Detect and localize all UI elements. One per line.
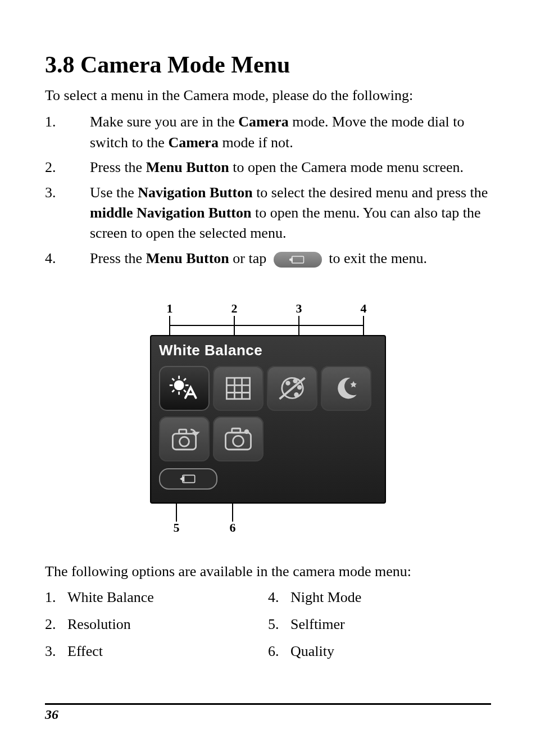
option-text: Resolution (67, 616, 131, 633)
menu-item-selftimer[interactable] (159, 417, 210, 461)
svg-line-7 (172, 378, 174, 381)
option-text: Selftimer (290, 616, 345, 633)
svg-rect-0 (292, 256, 303, 263)
text: or tap (229, 250, 270, 266)
camera-menu-screen: White Balance (150, 335, 386, 504)
callout-line (232, 504, 233, 522)
footer-rule (45, 703, 491, 705)
step-1: Make sure you are in the Camera mode. Mo… (45, 112, 491, 153)
svg-rect-23 (179, 429, 187, 434)
text: Use the (90, 184, 138, 201)
text-bold: Camera (238, 114, 289, 130)
options-intro: The following options are available in t… (45, 563, 491, 580)
svg-rect-27 (232, 428, 240, 433)
menu-icon-grid (159, 366, 377, 461)
page: 3.8 Camera Mode Menu To select a menu in… (0, 0, 536, 756)
callout-line (176, 504, 177, 522)
svg-point-19 (295, 393, 298, 397)
text: Press the (90, 159, 146, 175)
option-3: 3. Effect (45, 643, 268, 660)
page-number: 36 (45, 707, 491, 722)
quality-icon (221, 422, 255, 456)
effect-icon (275, 372, 309, 405)
text: Press the (90, 250, 146, 266)
option-5: 5. Selftimer (268, 616, 491, 633)
option-4: 4. Night Mode (268, 589, 491, 606)
svg-rect-11 (226, 378, 249, 399)
option-number: 4. (268, 589, 290, 606)
callout-label: 3 (293, 301, 305, 316)
svg-point-28 (245, 430, 248, 433)
footer: 36 (45, 703, 491, 722)
callout-label: 4 (358, 301, 369, 316)
svg-line-10 (184, 378, 186, 381)
svg-point-17 (294, 379, 297, 383)
back-icon (178, 473, 198, 485)
option-text: Quality (290, 643, 334, 660)
heading: 3.8 Camera Mode Menu (45, 51, 491, 79)
option-text: White Balance (67, 589, 154, 606)
step-2: Press the Menu Button to open the Camera… (45, 157, 491, 178)
option-number: 1. (45, 589, 67, 606)
text: Make sure you are in the (90, 114, 238, 130)
callouts-top: 1 2 3 4 (139, 301, 397, 335)
step-3: Use the Navigation Button to select the … (45, 183, 491, 244)
option-6: 6. Quality (268, 643, 491, 660)
empty-cell (267, 417, 317, 461)
menu-item-quality[interactable] (213, 417, 264, 461)
callout-label: 1 (164, 301, 175, 316)
option-number: 5. (268, 616, 290, 633)
menu-item-white-balance[interactable] (159, 366, 210, 411)
selftimer-icon (167, 422, 201, 456)
option-text: Night Mode (290, 589, 361, 606)
menu-item-resolution[interactable] (213, 366, 264, 411)
text-bold: Menu Button (146, 250, 229, 266)
resolution-icon (221, 372, 255, 405)
callout-line (169, 325, 364, 326)
svg-point-22 (180, 437, 189, 446)
callout-label: 5 (171, 520, 182, 535)
steps-list: Make sure you are in the Camera mode. Mo… (45, 112, 491, 273)
text: to select the desired menu and press the (253, 184, 488, 201)
white-balance-icon (167, 372, 201, 405)
svg-line-8 (184, 390, 186, 392)
back-button[interactable] (159, 468, 217, 490)
menu-item-effect[interactable] (267, 366, 317, 411)
option-1: 1. White Balance (45, 589, 268, 606)
svg-point-16 (287, 382, 290, 385)
empty-cell (321, 417, 371, 461)
options-grid: 1. White Balance 4. Night Mode 2. Resolu… (45, 589, 491, 660)
callout-label: 2 (229, 301, 240, 316)
svg-point-26 (233, 436, 244, 447)
step-4: Press the Menu Button or tap to exit the… (45, 248, 491, 269)
text-bold: Navigation Button (138, 184, 252, 201)
svg-line-9 (172, 390, 174, 392)
option-number: 3. (45, 643, 67, 660)
intro-text: To select a menu in the Camera mode, ple… (45, 85, 491, 105)
svg-point-2 (175, 381, 183, 390)
text: mode if not. (219, 134, 293, 151)
option-2: 2. Resolution (45, 616, 268, 633)
option-number: 6. (268, 643, 290, 660)
night-mode-icon (329, 372, 363, 405)
callout-label: 6 (227, 520, 238, 535)
text-bold: Camera (168, 134, 219, 151)
screen-title: White Balance (159, 342, 377, 359)
text: to exit the menu. (329, 250, 427, 266)
text: to open the Camera mode menu screen. (229, 159, 464, 175)
figure: 1 2 3 4 White Balance (139, 301, 397, 535)
svg-point-18 (298, 386, 301, 390)
text-bold: Menu Button (146, 159, 229, 175)
option-text: Effect (67, 643, 103, 660)
menu-item-night-mode[interactable] (321, 366, 371, 411)
option-number: 2. (45, 616, 67, 633)
back-icon (274, 252, 322, 268)
callouts-bottom: 5 6 (139, 504, 397, 535)
text-bold: middle Navigation Button (90, 205, 252, 221)
